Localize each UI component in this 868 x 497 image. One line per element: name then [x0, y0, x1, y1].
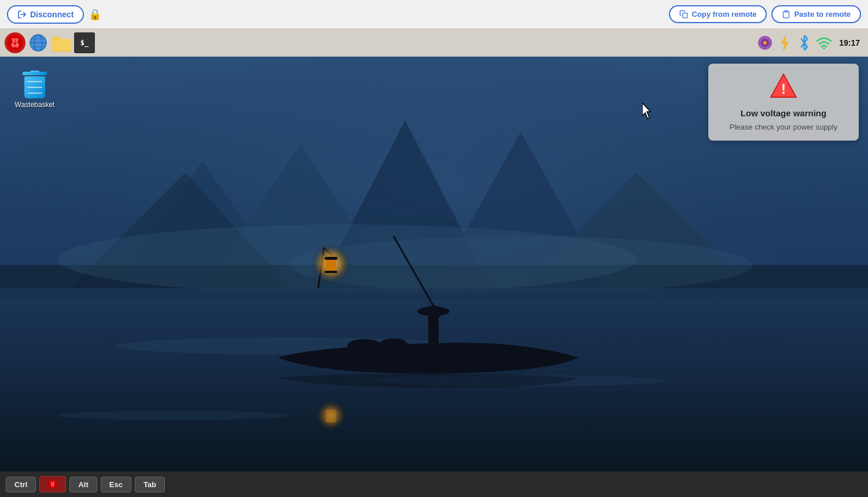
paste-icon — [782, 10, 790, 19]
toolbar-right: Copy from remote Paste to remote — [669, 5, 861, 23]
tab-key-button[interactable]: Tab — [135, 477, 165, 492]
svg-text:!: ! — [781, 81, 786, 97]
taskbar-right: 19:17 — [757, 35, 863, 51]
disconnect-button[interactable]: Disconnect — [7, 5, 84, 24]
warning-triangle-icon: ! — [770, 73, 797, 98]
svg-point-62 — [52, 484, 53, 484]
wifi-tray-icon[interactable] — [816, 35, 832, 51]
folder-icon — [52, 34, 71, 51]
pihole-icon — [757, 35, 773, 50]
notification-body: Please check your power supply — [730, 123, 837, 131]
svg-rect-48 — [326, 258, 336, 271]
browser-button[interactable] — [28, 32, 49, 53]
svg-point-10 — [13, 41, 17, 45]
notification-popup: ! Low voltage warning Please check your … — [708, 64, 859, 141]
wifi-icon — [816, 36, 832, 49]
notification-title: Low voltage warning — [741, 108, 826, 118]
svg-rect-1 — [683, 13, 687, 18]
globe-icon — [29, 34, 47, 52]
svg-point-11 — [13, 42, 14, 43]
copy-from-remote-button[interactable]: Copy from remote — [669, 5, 767, 23]
disconnect-label: Disconnect — [30, 10, 73, 19]
wastebasket-graphic — [22, 71, 47, 98]
terminal-icon: $_ — [80, 39, 89, 47]
pihole-tray-icon[interactable] — [757, 35, 773, 51]
svg-point-24 — [763, 41, 767, 45]
taskbar-left: $_ — [5, 32, 95, 53]
wastebasket-label: Wastebasket — [15, 101, 55, 109]
ctrl-key-button[interactable]: Ctrl — [6, 477, 36, 492]
svg-point-12 — [16, 42, 17, 43]
svg-rect-42 — [428, 311, 439, 346]
svg-point-63 — [53, 484, 54, 484]
clock-display: 19:17 — [836, 38, 863, 47]
svg-point-26 — [823, 47, 825, 49]
paste-to-remote-label: Paste to remote — [794, 10, 851, 19]
svg-rect-50 — [325, 271, 337, 273]
disconnect-icon — [17, 10, 27, 19]
warning-icon: ! — [770, 73, 797, 104]
svg-point-37 — [289, 236, 752, 294]
toolbar-left: Disconnect 🔒 — [7, 5, 101, 24]
alt-key-button[interactable]: Alt — [69, 477, 97, 492]
pi-key-button[interactable] — [39, 476, 66, 493]
terminal-button[interactable]: $_ — [74, 32, 95, 53]
lightning-icon — [778, 35, 791, 50]
copy-from-remote-label: Copy from remote — [692, 10, 756, 19]
raspberry-pi-icon — [7, 35, 23, 51]
desktop: Wastebasket ! Low voltage warning Please… — [0, 57, 868, 472]
esc-key-label: Esc — [109, 480, 123, 489]
svg-rect-54 — [326, 410, 336, 422]
power-tray-icon[interactable] — [777, 35, 793, 51]
bluetooth-tray-icon[interactable] — [796, 35, 812, 51]
svg-point-61 — [52, 483, 55, 487]
esc-key-button[interactable]: Esc — [101, 477, 131, 492]
svg-marker-25 — [781, 35, 788, 50]
tab-key-label: Tab — [144, 480, 156, 489]
taskbar: $_ — [0, 29, 868, 57]
svg-rect-21 — [52, 39, 71, 50]
ctrl-key-label: Ctrl — [14, 480, 27, 489]
lock-icon: 🔒 — [89, 8, 101, 21]
top-toolbar: Disconnect 🔒 Copy from remote Paste to r… — [0, 0, 868, 29]
file-manager-button[interactable] — [51, 32, 72, 53]
pi-raspberry-icon — [48, 480, 57, 489]
svg-point-6 — [13, 38, 17, 40]
wastebasket-icon[interactable]: Wastebasket — [12, 68, 58, 111]
svg-point-41 — [58, 411, 289, 420]
svg-rect-49 — [325, 257, 337, 260]
bluetooth-icon — [799, 35, 810, 50]
copy-icon — [679, 10, 688, 19]
bottom-bar: Ctrl Alt Esc Tab — [0, 472, 868, 497]
raspberry-pi-menu-button[interactable] — [5, 32, 25, 53]
svg-rect-2 — [785, 10, 788, 12]
alt-key-label: Alt — [78, 480, 88, 489]
paste-to-remote-button[interactable]: Paste to remote — [771, 5, 861, 23]
